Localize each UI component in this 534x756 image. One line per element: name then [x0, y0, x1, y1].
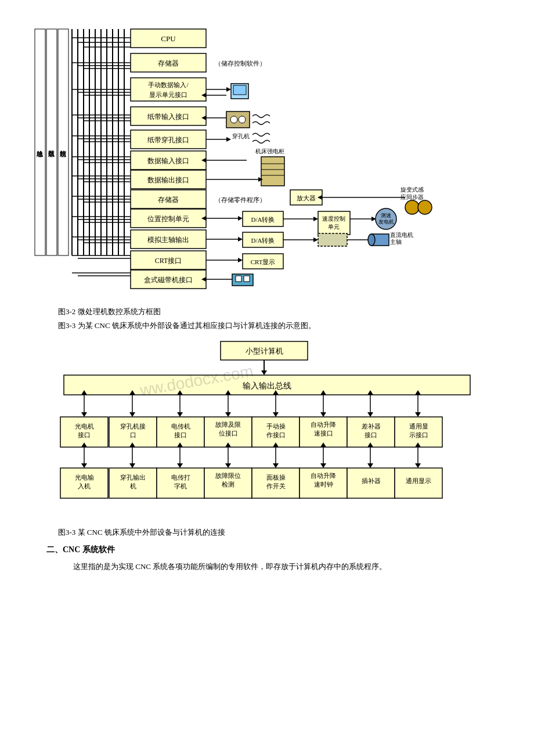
- svg-text:作开关: 作开关: [266, 483, 286, 489]
- svg-text:（存储零件程序）: （存储零件程序）: [215, 196, 266, 203]
- svg-rect-4: [58, 29, 68, 255]
- svg-marker-221: [415, 463, 421, 468]
- svg-text:面板操: 面板操: [266, 474, 286, 481]
- svg-text:位置控制单元: 位置控制单元: [147, 215, 189, 223]
- svg-marker-167: [320, 412, 326, 417]
- svg-point-132: [368, 234, 375, 246]
- svg-text:发电机: 发电机: [378, 219, 394, 225]
- svg-text:数据输入接口: 数据输入接口: [147, 157, 189, 165]
- svg-marker-161: [225, 412, 231, 417]
- svg-marker-124: [238, 237, 243, 242]
- svg-text:速度控制: 速度控制: [322, 215, 345, 222]
- svg-rect-107: [318, 211, 350, 235]
- svg-rect-143: [244, 276, 250, 282]
- svg-text:速接口: 速接口: [314, 430, 333, 437]
- svg-text:作接口: 作接口: [266, 431, 286, 438]
- svg-text:手动数据输入/: 手动数据输入/: [148, 81, 189, 88]
- svg-text:示接口: 示接口: [409, 431, 428, 438]
- svg-point-118: [418, 200, 432, 214]
- svg-text:CRT显示: CRT显示: [251, 258, 276, 265]
- svg-text:位接口: 位接口: [219, 430, 238, 437]
- svg-text:盒式磁带机接口: 盒式磁带机接口: [144, 276, 193, 284]
- svg-text:通用显示: 通用显示: [406, 477, 431, 484]
- svg-text:模拟主轴输出: 模拟主轴输出: [147, 236, 189, 244]
- svg-marker-136: [238, 258, 243, 262]
- svg-text:输入输出总线: 输入输出总线: [243, 381, 291, 390]
- svg-text:自动升降: 自动升降: [311, 421, 336, 428]
- svg-marker-155: [129, 412, 135, 417]
- svg-text:速时钟: 速时钟: [314, 481, 333, 488]
- svg-text:穿孔机接: 穿孔机接: [120, 423, 146, 430]
- fig1-caption: 图3-2 微处理机数控系统方框图: [58, 307, 511, 317]
- svg-text:接口: 接口: [365, 431, 377, 438]
- svg-text:字机: 字机: [174, 483, 187, 489]
- svg-marker-170: [367, 412, 373, 417]
- svg-text:入机: 入机: [78, 483, 91, 489]
- svg-text:D/A转换: D/A转换: [251, 237, 275, 244]
- svg-text:机: 机: [130, 483, 136, 489]
- svg-text:检测: 检测: [222, 481, 234, 488]
- svg-marker-218: [367, 463, 373, 468]
- svg-rect-85: [226, 111, 250, 128]
- svg-text:机床强电柜: 机床强电柜: [255, 148, 284, 154]
- svg-text:单元: 单元: [328, 224, 340, 230]
- svg-marker-212: [273, 463, 279, 468]
- svg-text:自动升降: 自动升降: [311, 472, 336, 479]
- svg-text:主轴: 主轴: [390, 239, 402, 245]
- svg-text:纸带穿孔接口: 纸带穿孔接口: [147, 136, 189, 144]
- fig2-caption: 图3-3 某 CNC 铣床系统中外部设备与计算机的连接: [58, 527, 511, 538]
- svg-rect-94: [261, 157, 284, 186]
- svg-text:数据输出接口: 数据输出接口: [147, 176, 189, 184]
- section2-body: 这里指的是为实现 CNC 系统各项功能所编制的专用软件，即存放于计算机内存中的系…: [58, 560, 488, 573]
- svg-rect-2: [46, 29, 57, 255]
- svg-marker-152: [81, 412, 87, 417]
- svg-text:直流电机: 直流电机: [390, 232, 413, 238]
- section2-title: 二、CNC 系统软件: [46, 545, 511, 555]
- svg-text:存储器: 存储器: [158, 196, 179, 204]
- svg-marker-102: [238, 216, 243, 221]
- svg-text:差补器: 差补器: [362, 423, 381, 430]
- svg-text:穿孔机: 穿孔机: [232, 133, 250, 139]
- svg-marker-173: [415, 412, 421, 417]
- svg-marker-147: [261, 370, 267, 375]
- svg-point-86: [230, 116, 237, 123]
- svg-point-117: [405, 200, 419, 214]
- svg-marker-215: [320, 463, 326, 468]
- svg-text:手动操: 手动操: [266, 423, 286, 430]
- svg-text:D/A转换: D/A转换: [251, 216, 275, 223]
- svg-marker-164: [273, 412, 279, 417]
- svg-text:口: 口: [130, 431, 136, 438]
- svg-marker-206: [177, 463, 183, 468]
- svg-marker-158: [177, 412, 183, 417]
- svg-text:测速: 测速: [381, 213, 391, 218]
- svg-point-87: [239, 116, 246, 123]
- svg-text:故障及限: 故障及限: [215, 421, 241, 428]
- svg-text:显示单元接口: 显示单元接口: [149, 91, 187, 98]
- svg-rect-141: [232, 274, 253, 286]
- svg-marker-89: [226, 137, 231, 142]
- svg-text:小型计算机: 小型计算机: [246, 347, 283, 355]
- svg-text:（储存控制软件）: （储存控制软件）: [215, 60, 266, 67]
- svg-rect-82: [233, 85, 246, 95]
- svg-rect-0: [35, 29, 45, 255]
- svg-text:CRT接口: CRT接口: [155, 257, 182, 265]
- diagram1-svg: 地址总线 数据总线 控制总线: [29, 12, 505, 302]
- svg-text:放大器: 放大器: [297, 195, 316, 201]
- svg-text:故障限位: 故障限位: [215, 472, 241, 479]
- svg-marker-200: [81, 463, 87, 468]
- svg-text:接口: 接口: [78, 431, 91, 438]
- svg-text:插补器: 插补器: [362, 477, 381, 484]
- svg-text:接口: 接口: [174, 431, 187, 438]
- svg-text:存储器: 存储器: [158, 59, 179, 67]
- svg-text:电传打: 电传打: [171, 474, 190, 481]
- svg-text:光电输: 光电输: [75, 474, 94, 481]
- svg-marker-78: [226, 87, 231, 92]
- svg-text:旋变式感: 旋变式感: [400, 186, 424, 193]
- svg-rect-142: [236, 276, 241, 282]
- svg-text:光电机: 光电机: [75, 423, 94, 430]
- svg-text:纸带输入接口: 纸带输入接口: [147, 113, 189, 121]
- svg-marker-128: [313, 237, 318, 242]
- svg-text:电传机: 电传机: [171, 423, 190, 430]
- fig1-desc: 图3-3 为某 CNC 铣床系统中外部设备通过其相应接口与计算机连接的示意图。: [58, 321, 511, 331]
- svg-marker-209: [225, 463, 231, 468]
